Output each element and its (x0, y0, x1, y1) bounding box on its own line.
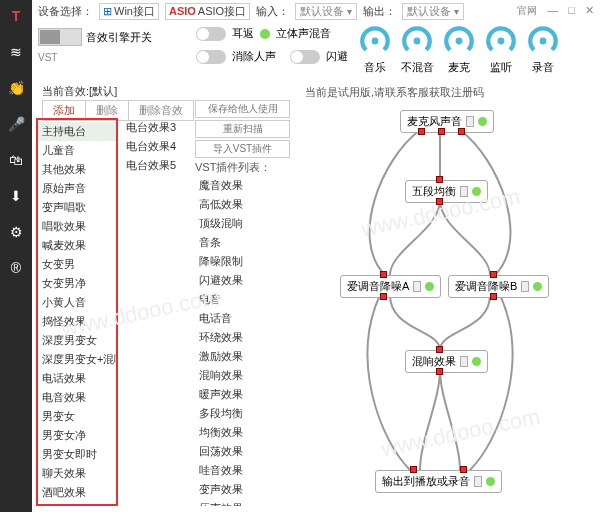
preset-item[interactable]: 深度男变女+混响 (38, 350, 116, 369)
preset-item[interactable]: 男变女净 (38, 426, 116, 445)
node-nra[interactable]: 爱调音降噪A (340, 275, 441, 298)
preset-item[interactable]: 变声唱歌 (38, 198, 116, 217)
top-bar: 设备选择： ⊞Win接口 ASIOASIO接口 输入： 默认设备 ▾ 输出： 默… (32, 0, 600, 22)
btn-rescan[interactable]: 重新扫描 (195, 120, 290, 138)
btn-save-others[interactable]: 保存给他人使用 (195, 100, 290, 118)
preset-item[interactable]: 魔音效果 (38, 502, 116, 506)
preset-item[interactable]: 原始声音 (38, 179, 116, 198)
vst-item[interactable]: 激励效果 (195, 347, 275, 366)
preset-item[interactable]: 电音效果 (38, 388, 116, 407)
win-interface-button[interactable]: ⊞Win接口 (99, 3, 159, 20)
mic-icon[interactable]: 🎤 (8, 116, 25, 132)
engine-switch[interactable] (38, 28, 82, 46)
official-site-link[interactable]: 官网 (517, 4, 537, 18)
node-eq[interactable]: 五段均衡 (405, 180, 488, 203)
graph-edges (290, 100, 596, 508)
input-device-select[interactable]: 默认设备 ▾ (295, 3, 357, 20)
dodge-label: 闪避 (326, 49, 348, 64)
preset-item[interactable]: 电台效果4 (122, 137, 190, 156)
knob-麦克[interactable]: 麦克 (442, 24, 476, 75)
preset-item[interactable]: 女变男 (38, 255, 116, 274)
current-effect: 当前音效:[默认] (42, 84, 117, 99)
node-output[interactable]: 输出到播放或录音 (375, 470, 502, 493)
preset-item[interactable]: 酒吧效果 (38, 483, 116, 502)
node-reverb[interactable]: 混响效果 (405, 350, 488, 373)
preset-list[interactable]: 主持电台儿童音其他效果原始声音变声唱歌唱歌效果喊麦效果女变男女变男净小黄人音捣怪… (36, 118, 118, 506)
vst-item[interactable]: 压声效果 (195, 499, 275, 506)
action-buttons: 高清音质 保存给他人使用 重新扫描 导入VST插件 (195, 100, 290, 158)
vst-item[interactable]: 环绕效果 (195, 328, 275, 347)
earback-label: 耳返 (232, 26, 254, 41)
maximize-icon[interactable]: □ (568, 4, 575, 18)
device-label: 设备选择： (38, 4, 93, 19)
vst-item[interactable]: 混响效果 (195, 366, 275, 385)
status-dot (260, 29, 270, 39)
preset-item[interactable]: 主持电台 (38, 122, 116, 141)
vst-item[interactable]: 顶级混响 (195, 214, 275, 233)
vst-item[interactable]: 魔音效果 (195, 176, 275, 195)
download-icon[interactable]: ⬇ (10, 188, 22, 204)
minimize-icon[interactable]: — (547, 4, 558, 18)
vst-item[interactable]: 变声效果 (195, 480, 275, 499)
stereo-label: 立体声混音 (276, 26, 331, 41)
vst-item[interactable]: 电话音 (195, 309, 275, 328)
preset-item[interactable]: 捣怪效果 (38, 312, 116, 331)
svg-point-7 (498, 38, 505, 45)
svg-point-9 (540, 38, 547, 45)
knob-音乐[interactable]: 音乐 (358, 24, 392, 75)
vst-item[interactable]: 多段均衡 (195, 404, 275, 423)
preset-item[interactable]: 深度男变女 (38, 331, 116, 350)
denoise-label: 消除人声 (232, 49, 276, 64)
earback-toggle[interactable] (196, 27, 226, 41)
preset-list-2[interactable]: 电台效果3电台效果4电台效果5 (122, 118, 190, 175)
trial-notice: 当前是试用版,请联系客服获取注册码 (305, 85, 484, 100)
vst-item[interactable]: 高低效果 (195, 195, 275, 214)
preset-item[interactable]: 男变女 (38, 407, 116, 426)
preset-item[interactable]: 唱歌效果 (38, 217, 116, 236)
left-sidebar: T ≋ 👏 🎤 🛍 ⬇ ⚙ ® (0, 0, 32, 512)
btn-import-vst[interactable]: 导入VST插件 (195, 140, 290, 158)
vst-item[interactable]: 均衡效果 (195, 423, 275, 442)
knob-row: 音乐不混音麦克监听录音 (352, 22, 600, 82)
svg-point-5 (456, 38, 463, 45)
close-icon[interactable]: ✕ (585, 4, 594, 18)
knob-录音[interactable]: 录音 (526, 24, 560, 75)
node-graph[interactable]: 麦克风声音 五段均衡 爱调音降噪A 爱调音降噪B 混响效果 输出到播放或录音 (290, 100, 596, 508)
output-label: 输出： (363, 4, 396, 19)
bag-icon[interactable]: 🛍 (9, 152, 23, 168)
vst-item[interactable]: 暖声效果 (195, 385, 275, 404)
node-nrb[interactable]: 爱调音降噪B (448, 275, 549, 298)
preset-item[interactable]: 电台效果5 (122, 156, 190, 175)
knob-监听[interactable]: 监听 (484, 24, 518, 75)
knob-不混音[interactable]: 不混音 (400, 24, 434, 75)
preset-item[interactable]: 儿童音 (38, 141, 116, 160)
vst-item[interactable]: 音条 (195, 233, 275, 252)
output-device-select[interactable]: 默认设备 ▾ (402, 3, 464, 20)
vst-item[interactable]: 降噪限制 (195, 252, 275, 271)
wave-icon[interactable]: ≋ (10, 44, 22, 60)
vst-list-header: VST插件列表： (195, 160, 271, 175)
vst-label: VST (38, 52, 186, 63)
dodge-toggle[interactable] (290, 50, 320, 64)
asio-interface-button[interactable]: ASIOASIO接口 (165, 3, 250, 20)
preset-item[interactable]: 女变男净 (38, 274, 116, 293)
preset-item[interactable]: 喊麦效果 (38, 236, 116, 255)
preset-item[interactable]: 男变女即时 (38, 445, 116, 464)
preset-item[interactable]: 其他效果 (38, 160, 116, 179)
preset-item[interactable]: 电话效果 (38, 369, 116, 388)
vst-item[interactable]: 闪避效果 (195, 271, 275, 290)
vst-list[interactable]: 魔音效果高低效果顶级混响音条降噪限制闪避效果电音电话音环绕效果激励效果混响效果暖… (195, 176, 275, 506)
preset-item[interactable]: 聊天效果 (38, 464, 116, 483)
vst-item[interactable]: 回荡效果 (195, 442, 275, 461)
registered-icon[interactable]: ® (11, 260, 21, 276)
svg-point-1 (372, 38, 379, 45)
vst-item[interactable]: 电音 (195, 290, 275, 309)
gear-icon[interactable]: ⚙ (10, 224, 23, 240)
vst-item[interactable]: 哇音效果 (195, 461, 275, 480)
preset-item[interactable]: 电台效果3 (122, 118, 190, 137)
hand-icon[interactable]: 👏 (8, 80, 25, 96)
preset-item[interactable]: 小黄人音 (38, 293, 116, 312)
engine-label: 音效引擎开关 (86, 30, 152, 45)
denoise-toggle[interactable] (196, 50, 226, 64)
node-mic[interactable]: 麦克风声音 (400, 110, 494, 133)
